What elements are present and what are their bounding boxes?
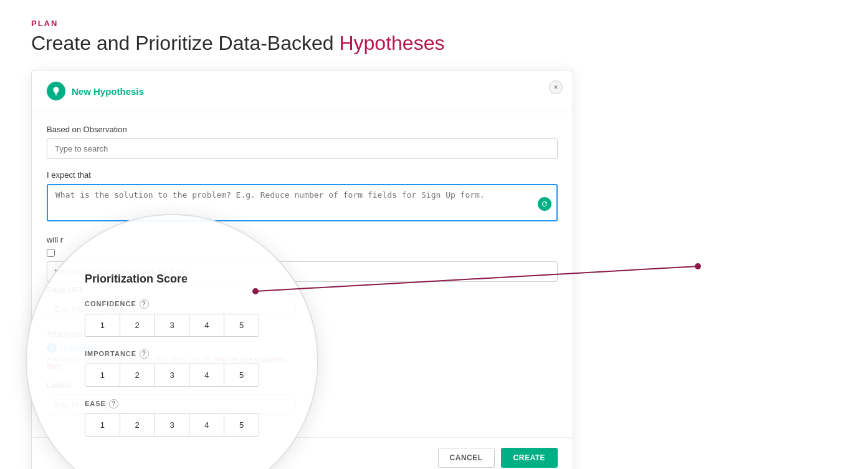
modal-header: New Hypothesis × xyxy=(32,70,573,112)
importance-score-buttons: 1 2 3 4 5 xyxy=(85,364,259,387)
hypothesis-icon xyxy=(47,82,65,100)
ease-score-3[interactable]: 3 xyxy=(155,414,190,436)
importance-label: IMPORTANCE xyxy=(85,350,136,357)
confidence-score-5[interactable]: 5 xyxy=(224,314,259,336)
confidence-score-1[interactable]: 1 xyxy=(85,314,120,336)
expect-label: I expect that xyxy=(47,170,558,180)
importance-row: IMPORTANCE ? 1 2 3 4 5 xyxy=(85,349,259,387)
importance-score-1[interactable]: 1 xyxy=(85,364,120,386)
ease-row: EASE ? 1 2 3 4 5 xyxy=(85,399,259,437)
svg-point-2 xyxy=(695,263,701,269)
will-checkbox[interactable] xyxy=(47,249,55,257)
ease-help-icon[interactable]: ? xyxy=(109,399,118,409)
confidence-label: CONFIDENCE xyxy=(85,300,136,307)
modal-title: New Hypothesis xyxy=(72,86,144,97)
confidence-score-2[interactable]: 2 xyxy=(120,314,155,336)
ease-score-buttons: 1 2 3 4 5 xyxy=(85,413,259,437)
importance-score-5[interactable]: 5 xyxy=(224,364,259,386)
new-hypothesis-modal: New Hypothesis × Based on Observation I … xyxy=(31,70,573,469)
modal-close-button[interactable]: × xyxy=(549,80,563,94)
importance-score-2[interactable]: 2 xyxy=(120,364,155,386)
cancel-button[interactable]: CANCEL xyxy=(438,448,495,468)
ease-score-2[interactable]: 2 xyxy=(120,414,155,436)
observation-label: Based on Observation xyxy=(47,125,558,134)
expect-textarea[interactable] xyxy=(47,184,558,221)
ease-score-4[interactable]: 4 xyxy=(189,414,224,436)
ease-label: EASE xyxy=(85,400,106,407)
importance-help-icon[interactable]: ? xyxy=(140,349,149,359)
importance-score-4[interactable]: 4 xyxy=(189,364,224,386)
confidence-score-3[interactable]: 3 xyxy=(155,314,190,336)
plan-label: PLAN xyxy=(31,19,837,28)
confidence-score-buttons: 1 2 3 4 5 xyxy=(85,314,259,337)
create-button[interactable]: CREAte xyxy=(501,448,558,468)
ease-score-1[interactable]: 1 xyxy=(85,414,120,436)
confidence-help-icon[interactable]: ? xyxy=(140,299,149,309)
confidence-score-4[interactable]: 4 xyxy=(189,314,224,336)
importance-score-3[interactable]: 3 xyxy=(155,364,190,386)
page-title: Create and Prioritize Data-Backed Hypoth… xyxy=(31,32,837,55)
observation-section: Based on Observation xyxy=(47,125,558,159)
confidence-row: CONFIDENCE ? 1 2 3 4 5 xyxy=(85,299,259,337)
observation-input[interactable] xyxy=(47,138,558,159)
expect-section: I expect that xyxy=(47,170,558,224)
refresh-icon[interactable] xyxy=(538,197,551,211)
ease-score-5[interactable]: 5 xyxy=(224,414,259,436)
priority-title: Prioritization Score xyxy=(85,273,259,286)
